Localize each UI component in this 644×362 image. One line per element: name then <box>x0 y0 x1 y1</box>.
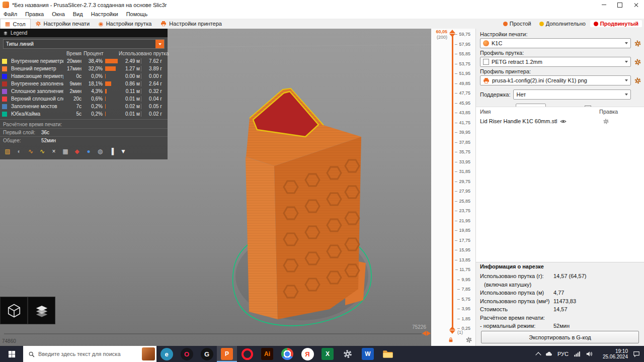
tab-filament-settings[interactable]: ◉Настройки прутка <box>94 19 156 29</box>
layers-icon <box>34 303 49 318</box>
deretractions-icon[interactable]: ∿ <box>38 147 46 155</box>
onedrive-icon[interactable] <box>545 350 552 357</box>
layer-slider-lower-handle[interactable] <box>449 326 455 334</box>
mode-dot-icon <box>539 22 544 26</box>
layer-slider-track[interactable] <box>452 35 453 328</box>
nozzle-marker-icon[interactable]: ▼ <box>119 147 127 155</box>
tab-print-settings[interactable]: Настройки печати <box>31 19 95 29</box>
menu-item-window[interactable]: Окна <box>52 11 65 17</box>
minimize-button[interactable] <box>596 0 612 10</box>
edit-filament-profile-button[interactable] <box>633 57 642 66</box>
taskbar-app-chrome[interactable] <box>277 346 297 362</box>
feature-label: Внутреннее заполнение <box>11 81 63 86</box>
menu-item-file[interactable]: Файл <box>4 11 17 17</box>
export-gcode-button[interactable]: Экспортировать в G-код <box>481 331 639 343</box>
legend-row[interactable]: Нависающие периметры 0с 0,0% 0.00 м 0.00… <box>0 72 168 80</box>
mode-simple[interactable]: Простой <box>500 20 535 27</box>
object-settings-icon[interactable] <box>603 118 609 125</box>
taskbar-app-yandex-browser[interactable]: Я <box>297 346 317 362</box>
ruler-tick: 43,85 <box>455 111 470 115</box>
notifications-icon[interactable] <box>633 350 640 357</box>
taskbar-app-opera[interactable] <box>237 346 257 362</box>
menu-item-help[interactable]: Помощь <box>126 11 148 17</box>
language-indicator[interactable]: РУС <box>557 351 569 357</box>
print-settings-select[interactable]: K1C <box>480 38 631 48</box>
printer-profile-select[interactable]: prusa-k1-config(2).ini (Creality K1) png <box>480 75 631 85</box>
taskbar-app-settings[interactable] <box>338 346 358 362</box>
word-icon: W <box>362 348 374 360</box>
close-button[interactable] <box>628 0 644 10</box>
menu-item-edit[interactable]: Правка <box>25 11 44 17</box>
tool-marker-icon[interactable]: ◐ <box>15 147 23 155</box>
taskbar-app-excel[interactable]: X <box>317 346 338 362</box>
menu-item-view[interactable]: Вид <box>73 11 83 17</box>
isometric-view-button[interactable] <box>0 297 28 324</box>
legend-row[interactable]: Сплошное заполнение 2мин 4,3% 0.11 м 0.3… <box>0 87 168 95</box>
feature-grams: 0.02 г <box>141 111 162 117</box>
taskbar-app-prusaslicer[interactable]: P <box>217 346 237 362</box>
printer-icon <box>483 77 490 84</box>
slider-settings-gear-icon[interactable] <box>465 336 472 343</box>
shells-icon[interactable]: ◍ <box>96 147 104 155</box>
layers-view-button[interactable] <box>28 297 55 324</box>
opera-icon <box>242 348 253 360</box>
search-highlight-icon[interactable] <box>142 347 155 360</box>
view-buttons <box>0 297 55 324</box>
legend-row[interactable]: Внешний периметр 17мин 32,0% 1.27 м 3.89… <box>0 65 168 72</box>
taskbar-search[interactable]: Введите здесь текст для поиска <box>23 346 156 362</box>
legend-row[interactable]: Внутреннее заполнение 9мин 18,1% 0.86 м … <box>0 80 168 87</box>
tab-printer-settings[interactable]: Настройки принтера <box>156 19 226 29</box>
tray-expand-icon[interactable] <box>535 352 541 357</box>
lock-icon[interactable] <box>448 337 454 343</box>
seams-icon[interactable]: × <box>50 147 58 155</box>
legend-row[interactable]: Внутренние периметры 20мин 38,4% 2.49 м … <box>0 57 168 65</box>
custom-gcodes-icon[interactable]: ◆ <box>73 147 81 155</box>
visibility-eye-icon[interactable] <box>560 118 567 125</box>
legend-row[interactable]: Юбка/Кайма 5с 0,2% 0.01 м 0.02 г <box>0 110 168 118</box>
feature-color-swatch <box>2 59 7 64</box>
filament-profile-label: Профиль прутка: <box>480 50 644 56</box>
ruler-tick: 49,85 <box>455 81 470 86</box>
windows-logo-icon <box>8 350 16 358</box>
tab-plater[interactable]: ▦Стол <box>0 19 31 29</box>
taskbar-app-gcode-viewer[interactable]: G <box>197 346 217 362</box>
legend-row[interactable]: Верхний сплошной слой 20с 0,6% 0.01 м 0.… <box>0 95 168 103</box>
taskbar-app-illustrator[interactable]: Ai <box>257 346 277 362</box>
illustrator-icon: Ai <box>261 348 273 360</box>
legend-row[interactable]: Заполнение мостов 7с 0,2% 0.02 м 0.05 г <box>0 103 168 110</box>
horizontal-move-slider[interactable] <box>4 330 431 337</box>
col-name: Имя <box>480 109 491 115</box>
maximize-button[interactable] <box>612 0 628 10</box>
filament-swaps-icon[interactable]: ● <box>85 147 93 155</box>
taskbar-app-word[interactable]: W <box>358 346 378 362</box>
hslider-handle[interactable] <box>422 331 431 336</box>
sliced-info-label: Стоимость <box>480 306 553 312</box>
feature-meters: 1.27 м <box>119 66 140 71</box>
mode-advanced[interactable]: Дополнительно <box>536 20 589 27</box>
hslider-track <box>4 333 422 334</box>
filament-profile-select[interactable]: PETG retract 1.2mm <box>480 57 631 67</box>
edit-printer-profile-button[interactable] <box>633 76 642 85</box>
legend-titlebar[interactable]: Legend <box>0 29 168 37</box>
object-row[interactable]: Lid Riser Handle K1C 60mm.stl <box>476 116 644 126</box>
ruler-tick: 31,85 <box>455 169 470 174</box>
layer-slider-upper-handle[interactable] <box>449 30 455 37</box>
color-changes-icon[interactable]: ▦ <box>61 147 69 155</box>
taskbar-app-edge[interactable]: e <box>156 346 177 362</box>
edit-print-settings-button[interactable] <box>633 39 642 48</box>
feature-time: 20мин <box>64 58 82 64</box>
3d-viewport[interactable]: Legend Типы линий Время Процент Использо… <box>0 29 431 346</box>
support-select[interactable]: Нет <box>513 89 631 100</box>
retractions-icon[interactable]: ∿ <box>27 147 35 155</box>
taskbar-clock[interactable]: 19:10 25.06.2024 <box>598 348 628 360</box>
view-type-select[interactable]: Типы линий <box>3 39 165 49</box>
volume-icon[interactable] <box>586 350 593 357</box>
travels-icon[interactable]: ▨ <box>4 147 12 155</box>
taskbar-app-file-explorer[interactable] <box>378 346 398 362</box>
start-button[interactable] <box>0 346 23 362</box>
network-icon[interactable] <box>574 350 581 357</box>
mode-expert[interactable]: Продвинутый <box>590 20 642 27</box>
taskbar-app-opera-gx[interactable]: O <box>177 346 197 362</box>
legend-toggle-icon[interactable]: ▐ <box>108 147 116 155</box>
menu-item-settings[interactable]: Настройки <box>91 11 118 17</box>
